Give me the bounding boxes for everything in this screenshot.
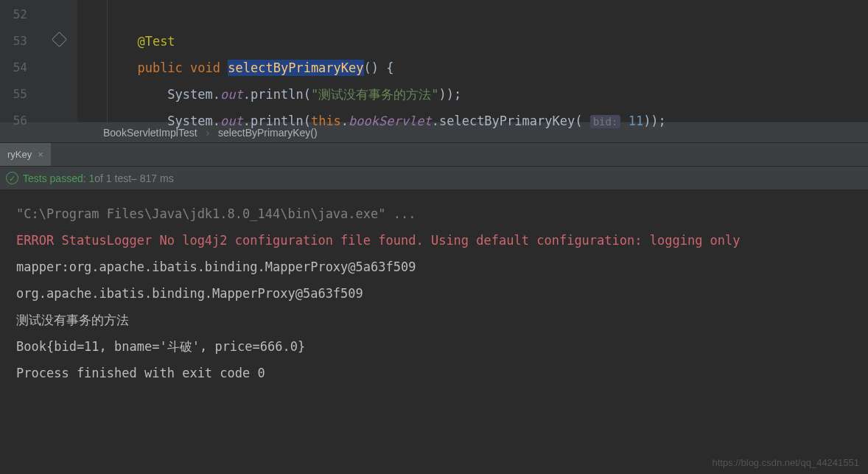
code-content[interactable]: @Test public void selectByPrimaryKey() {… [77,0,868,122]
code-line[interactable]: System.out.println("测试没有事务的方法")); [77,81,868,108]
line-number: 55 [0,81,41,108]
close-tab-icon[interactable]: × [38,149,43,160]
line-number: 52 [0,1,41,28]
watermark-text: https://blog.csdn.net/qq_44241551 [713,457,860,468]
console-line: Book{bid=11, bname='斗破', price=666.0} [16,333,852,360]
console-line: mapper:org.apache.ibatis.binding.MapperP… [16,254,852,280]
annotation: @Test [137,34,175,49]
test-status-bar: ✓ Tests passed: 1 of 1 test – 817 ms [0,167,868,190]
console-line: Process finished with exit code 0 [16,360,852,386]
console-line: 测试没有事务的方法 [16,307,852,333]
parameter-hint: bid: [590,115,621,128]
override-marker-icon[interactable] [52,32,67,47]
console-line: org.apache.ibatis.binding.MapperProxy@5a… [16,280,852,307]
code-editor[interactable]: 52 53 54 ↻ 55 56 @Test public void selec… [0,0,868,122]
code-line[interactable] [77,1,868,28]
console-line: "C:\Program Files\Java\jdk1.8.0_144\bin\… [16,201,852,227]
line-number: 53 [0,28,41,55]
code-line[interactable]: @Test [77,28,868,55]
gutter-icons [41,0,77,122]
tests-total-label: of 1 test [94,167,131,190]
line-number[interactable]: 54 ↻ [0,55,41,81]
code-line[interactable]: System.out.println(this.bookServlet.sele… [77,108,868,134]
run-tab-bar: ryKey × [0,142,868,167]
console-output[interactable]: "C:\Program Files\Java\jdk1.8.0_144\bin\… [0,190,868,397]
code-line[interactable]: public void selectByPrimaryKey() { [77,55,868,81]
line-number-gutter: 52 53 54 ↻ 55 56 [0,0,41,122]
tab-label: ryKey [7,149,32,160]
line-number-text: 54 [13,60,27,74]
line-number: 56 [0,108,41,134]
run-config-tab[interactable]: ryKey × [0,143,51,166]
tests-time-label: – 817 ms [131,167,174,190]
console-error-line: ERROR StatusLogger No log4j2 configurati… [16,227,852,254]
check-circle-icon: ✓ [6,172,18,184]
selected-text: selectByPrimaryKey [228,60,363,76]
tests-passed-label: Tests passed: 1 [23,167,94,190]
indent-guide [107,0,108,122]
